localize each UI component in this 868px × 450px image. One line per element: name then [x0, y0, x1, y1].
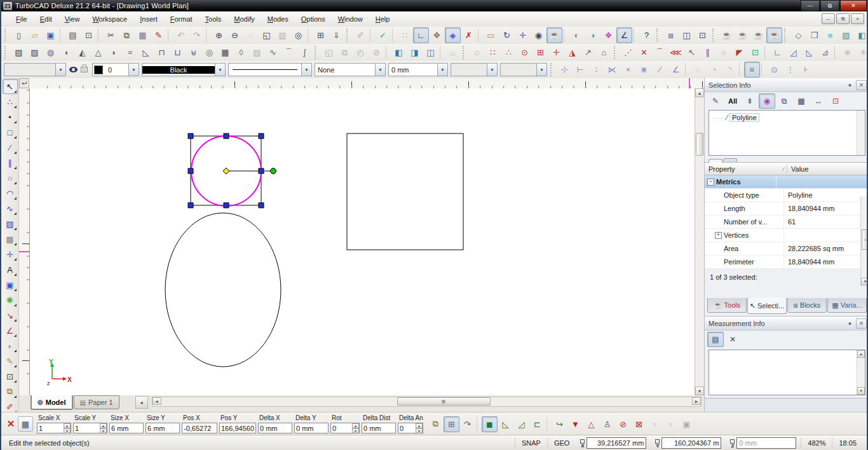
scroll-up-button[interactable]: ▲ — [695, 88, 704, 97]
sphere-icon[interactable]: ◍ — [43, 44, 58, 60]
orbit-3d-icon[interactable]: ↻ — [499, 27, 515, 43]
decorate-tool[interactable]: ✎ — [3, 353, 18, 369]
scroll-left-button[interactable]: ◄ — [153, 397, 161, 405]
ungroup-icon[interactable]: ◫ — [679, 27, 695, 43]
coil-icon[interactable]: ≈ — [122, 44, 138, 60]
light-color-icon[interactable]: ❖ — [600, 27, 616, 43]
material-icon[interactable]: ◐ — [569, 27, 585, 43]
polyline-3d-icon[interactable]: ∿ — [265, 44, 281, 60]
snap-middle-icon[interactable]: ∶ — [588, 62, 604, 78]
render-hidden-line-icon[interactable]: ☕ — [735, 27, 750, 43]
y-coordinate-field[interactable]: 160,204367 m — [661, 437, 721, 449]
snap-center-icon[interactable]: ◌ — [690, 62, 706, 78]
field-input[interactable]: 0 mm ▲▼ — [362, 423, 396, 433]
link-dimension-icon[interactable]: ⧉ — [428, 416, 444, 432]
cylinder-slice-icon[interactable]: ◗ — [106, 44, 122, 60]
cut-icon[interactable]: ✂ — [103, 27, 119, 43]
cancel-icon[interactable]: ✕ — [4, 418, 18, 430]
snap-aperture-icon[interactable]: ⊙ — [766, 62, 782, 78]
ucs-toggle-icon[interactable]: ∠ — [616, 27, 632, 43]
circular-pattern-icon[interactable]: ◌ — [469, 44, 485, 60]
edit-entity-icon[interactable]: ✎ — [707, 93, 724, 109]
square-handle[interactable] — [188, 203, 193, 208]
menu-item[interactable]: View — [59, 13, 86, 25]
chevron-down-icon[interactable]: ▼ — [536, 64, 546, 76]
menu-item[interactable]: Options — [295, 13, 331, 25]
selector-properties-icon[interactable]: ⊞ — [444, 416, 459, 432]
field-input[interactable]: -0,65272 ▲▼ — [182, 423, 217, 433]
snap-vertical-icon[interactable]: ⋮ — [782, 62, 798, 78]
property-row[interactable]: -Metrics — [705, 175, 868, 189]
expand-toggle-icon[interactable] — [715, 259, 722, 266]
hemisphere-icon[interactable]: ◖ — [58, 44, 74, 60]
select-frame-tool[interactable]: ⊡ — [3, 369, 18, 384]
measurement-scrollbar[interactable]: ▲ ▼ — [857, 350, 865, 395]
scroll-right-button[interactable]: ► — [692, 397, 701, 405]
box-3d-icon[interactable]: ▧ — [11, 44, 27, 60]
select-by-icon[interactable]: ⊡ — [695, 27, 710, 43]
snap-vertex-icon[interactable]: ⊹ — [557, 62, 573, 78]
palette-tab[interactable]: ⧈Blocks — [787, 298, 827, 313]
snap-toggle[interactable]: SNAP — [515, 438, 547, 448]
property-row[interactable]: Object type Polyline — [705, 189, 868, 202]
corner-fillet-icon[interactable]: ∟ — [770, 44, 785, 60]
field-input[interactable]: 6 mm ▲▼ — [146, 423, 180, 433]
symbols-tool[interactable]: ❋ — [3, 292, 18, 308]
fillet-node-icon[interactable]: ◿ — [785, 44, 801, 60]
cone-icon[interactable]: ◭ — [74, 44, 90, 60]
chevron-down-icon[interactable]: ▼ — [215, 64, 225, 76]
export-image-icon[interactable]: ⇓ — [329, 27, 344, 43]
spinner[interactable]: ▲▼ — [352, 423, 359, 433]
parallel-icon[interactable]: ∥ — [700, 44, 715, 60]
square-handle[interactable] — [188, 133, 193, 139]
sheet-tab[interactable]: ◍Model — [31, 395, 73, 410]
menu-item[interactable]: Format — [165, 13, 198, 25]
properties-tab[interactable] — [709, 159, 722, 163]
spline-tool[interactable]: ∿ — [3, 201, 18, 216]
edit-history-icon[interactable]: ↷ — [459, 416, 475, 432]
measurement-list[interactable]: ▲ ▼ — [709, 350, 865, 395]
scroll-down-button[interactable]: ▼ — [695, 386, 704, 395]
format-painter-icon[interactable]: ✎ — [151, 27, 166, 43]
terrain-icon[interactable]: ▨ — [249, 44, 265, 60]
snap-tool[interactable]: ∴ — [3, 94, 18, 109]
property-row[interactable]: Number of v... 61 — [705, 215, 868, 229]
new-icon[interactable]: ▯ — [11, 27, 27, 43]
table-scroll-down[interactable]: ▼ — [861, 278, 868, 285]
image-tool[interactable]: ▣ — [3, 277, 18, 292]
minimize-button[interactable]: — — [801, 0, 820, 11]
abort-icon[interactable]: ⊠ — [631, 416, 647, 432]
snap-intersection2-icon[interactable]: ⋇ — [636, 62, 652, 78]
zoom-window-icon[interactable]: ◱ — [259, 27, 275, 43]
extra-combo-2[interactable]: ▼ — [500, 63, 547, 76]
menu-item[interactable]: Insert — [134, 13, 163, 25]
cylinder-icon[interactable]: ⊔ — [170, 44, 186, 60]
property-row[interactable]: Area 28,222685 sq mm — [705, 242, 868, 256]
line-tool[interactable]: ∕ — [3, 140, 18, 155]
square-handle[interactable] — [188, 168, 193, 174]
extra3-icon[interactable]: ▣ — [679, 416, 695, 432]
rect-pattern-icon[interactable]: ∷ — [485, 44, 501, 60]
palette-tab[interactable]: ↖Selecti... — [747, 297, 787, 314]
facet-entity-icon[interactable]: ⊏ — [529, 416, 545, 432]
value-column-header[interactable]: Value — [787, 165, 868, 173]
vertical-scroll-thumb[interactable] — [696, 133, 703, 156]
menu-item[interactable]: Edit — [34, 13, 58, 25]
zoom-out-icon[interactable]: ⊖ — [227, 27, 243, 43]
arc-tool[interactable]: ◠ — [3, 186, 18, 201]
snap-quadrant-icon[interactable]: ◔ — [706, 62, 722, 78]
pick-point-icon[interactable]: ↗ — [580, 44, 596, 60]
rectangle-tool[interactable]: □ — [3, 125, 18, 140]
view-front-icon[interactable]: ❒ — [806, 27, 822, 43]
snap-multi-icon[interactable]: ※ — [839, 44, 855, 60]
expand-toggle-icon[interactable] — [715, 245, 722, 252]
square-handle[interactable] — [224, 203, 229, 208]
render-wireframe-icon[interactable]: ☕ — [719, 27, 735, 43]
snap-intersection-icon[interactable]: × — [620, 62, 636, 78]
dot-handle[interactable] — [271, 168, 276, 174]
prism-tool-icon[interactable]: ⌂ — [596, 44, 612, 60]
copy-icon[interactable]: ⧉ — [119, 27, 135, 43]
view-iso-icon[interactable]: ◇ — [790, 27, 806, 43]
expand-toggle-icon[interactable] — [715, 219, 722, 226]
chevron-down-icon[interactable]: ▼ — [437, 64, 447, 76]
